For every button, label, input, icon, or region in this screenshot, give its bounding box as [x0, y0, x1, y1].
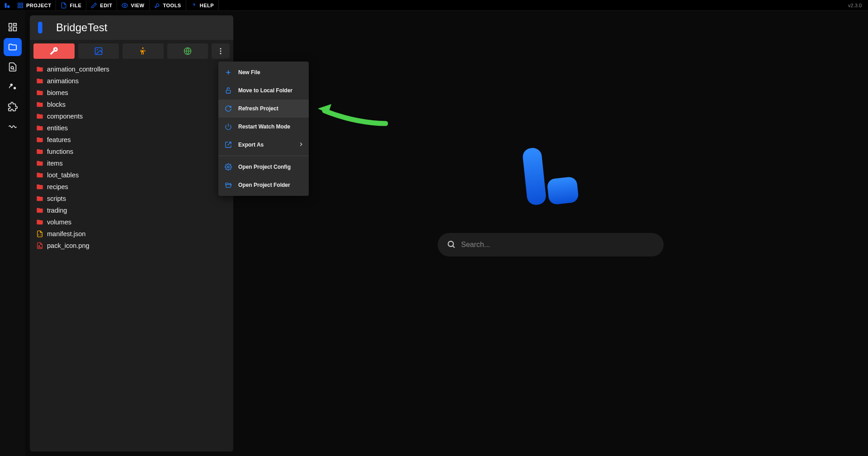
menu-item-open-project-config[interactable]: Open Project Config: [218, 158, 309, 176]
svg-rect-0: [5, 3, 7, 8]
menu-item-label: Refresh Project: [238, 105, 278, 112]
svg-rect-30: [522, 147, 547, 206]
export-icon: [225, 141, 232, 148]
tree-folder[interactable]: entities: [30, 122, 233, 134]
svg-rect-8: [9, 24, 12, 27]
svg-rect-4: [18, 6, 20, 8]
folder-icon: [36, 183, 43, 190]
tree-folder[interactable]: animations: [30, 75, 233, 87]
pack-tab-more[interactable]: [212, 43, 230, 59]
activity-explorer[interactable]: [4, 38, 22, 56]
folder-icon: [36, 124, 43, 132]
activity-dashboard[interactable]: [4, 18, 22, 36]
svg-rect-11: [9, 29, 12, 31]
svg-rect-1: [7, 5, 9, 8]
tree-item-label: features: [47, 135, 71, 145]
menu-label: PROJECT: [26, 3, 51, 8]
tree-folder[interactable]: features: [30, 134, 233, 146]
pack-tab-behavior[interactable]: [33, 43, 75, 59]
menu-label: FILE: [70, 3, 81, 8]
menu-item-open-project-folder[interactable]: Open Project Folder: [218, 176, 309, 194]
menu-help[interactable]: HELP: [186, 0, 219, 10]
menu-edit[interactable]: EDIT: [86, 0, 117, 10]
gear-icon: [225, 163, 232, 171]
svg-rect-3: [21, 3, 23, 5]
menu-item-new-file[interactable]: New File: [218, 63, 309, 81]
menu-label: HELP: [200, 3, 214, 8]
menu-item-refresh-project[interactable]: Refresh Project: [218, 100, 309, 118]
tree-folder[interactable]: trading: [30, 204, 233, 216]
tree-folder[interactable]: biomes: [30, 87, 233, 99]
menu-tools[interactable]: TOOLS: [150, 0, 186, 10]
search-input[interactable]: [461, 241, 655, 249]
tree-folder[interactable]: animation_controllers: [30, 63, 233, 75]
file-icon: [61, 2, 67, 9]
refresh-icon: [225, 105, 232, 112]
grid-icon: [17, 2, 24, 9]
tree-file[interactable]: pack_icon.png: [30, 240, 233, 252]
folder-icon: [36, 77, 43, 85]
svg-rect-9: [14, 24, 16, 26]
menu-item-export-as[interactable]: Export As: [218, 136, 309, 154]
top-menu-bar: PROJECT FILE EDIT VIEW TOOLS HELP v2.3.0: [0, 0, 868, 11]
tree-folder[interactable]: volumes: [30, 216, 233, 228]
menu-item-label: Move to Local Folder: [238, 87, 292, 94]
tree-folder[interactable]: blocks: [30, 99, 233, 110]
folder-icon: [36, 195, 43, 202]
tree-folder[interactable]: functions: [30, 146, 233, 157]
pack-tab-resource[interactable]: [78, 43, 119, 59]
explorer-panel: BridgeTest animation_controllersanimatio…: [30, 15, 233, 451]
tree-item-label: functions: [47, 147, 73, 157]
folder-icon: [36, 136, 43, 143]
lock-open-icon: [225, 87, 232, 94]
svg-point-32: [448, 241, 453, 247]
folder-icon: [36, 113, 43, 120]
svg-point-18: [97, 49, 98, 51]
tree-item-label: entities: [47, 123, 68, 133]
menu-view[interactable]: VIEW: [117, 0, 149, 10]
folder-icon: [36, 160, 43, 167]
pencil-icon: [91, 2, 97, 9]
activity-file-search[interactable]: [4, 58, 22, 76]
project-logo-icon: [36, 20, 52, 35]
tree-folder[interactable]: scripts: [30, 193, 233, 204]
version-label: v2.3.0: [848, 3, 866, 8]
activity-compiler[interactable]: [4, 78, 22, 96]
menu-divider: [218, 156, 309, 156]
pack-tabs: [30, 40, 233, 62]
plus-icon: [225, 69, 232, 76]
tree-item-label: animation_controllers: [47, 64, 109, 74]
svg-point-24: [39, 246, 40, 247]
pack-tab-skin[interactable]: [123, 43, 164, 59]
svg-line-13: [13, 69, 14, 70]
activity-debugger[interactable]: [4, 118, 22, 136]
folder-icon: [36, 207, 43, 214]
menu-project[interactable]: PROJECT: [13, 0, 56, 10]
tree-folder[interactable]: loot_tables: [30, 169, 233, 181]
pack-tab-world[interactable]: [167, 43, 208, 59]
search-box[interactable]: [438, 233, 664, 256]
file-tree[interactable]: animation_controllersanimationsbiomesblo…: [30, 62, 233, 252]
tree-folder[interactable]: recipes: [30, 181, 233, 193]
tree-item-label: scripts: [47, 194, 66, 204]
tree-item-label: animations: [47, 76, 79, 86]
activity-extensions[interactable]: [4, 98, 22, 116]
tree-file[interactable]: manifest.json: [30, 228, 233, 240]
tree-folder[interactable]: components: [30, 110, 233, 122]
context-menu: New FileMove to Local FolderRefresh Proj…: [218, 62, 309, 196]
menu-label: VIEW: [131, 3, 144, 8]
svg-point-29: [227, 166, 229, 168]
svg-rect-16: [38, 22, 42, 33]
svg-point-19: [142, 48, 144, 49]
svg-line-33: [453, 246, 455, 248]
svg-rect-10: [14, 27, 16, 31]
folder-icon: [36, 101, 43, 108]
menu-file[interactable]: FILE: [56, 0, 86, 10]
menu-item-restart-watch-mode[interactable]: Restart Watch Mode: [218, 118, 309, 136]
menu-item-label: Open Project Config: [238, 164, 291, 170]
menu-item-move-to-local-folder[interactable]: Move to Local Folder: [218, 81, 309, 100]
tree-item-label: blocks: [47, 100, 66, 109]
power-icon: [225, 123, 232, 130]
tree-folder[interactable]: items: [30, 157, 233, 169]
tree-item-label: components: [47, 111, 83, 121]
